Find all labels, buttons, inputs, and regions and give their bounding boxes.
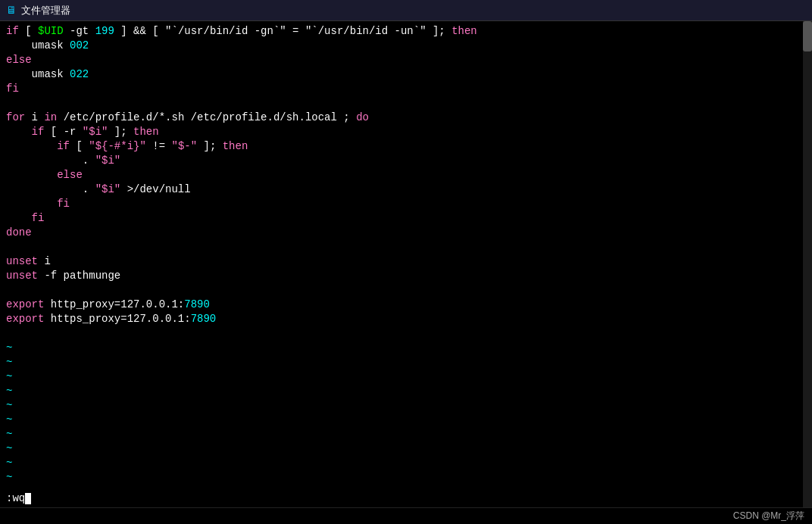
tilde-9: ~ [6, 456, 806, 470]
code-line-8: if [ -r "$i" ]; then [6, 125, 806, 139]
tilde-4: ~ [6, 384, 806, 398]
code-line-17: unset i [6, 254, 806, 269]
title-bar-text: 文件管理器 [21, 4, 70, 17]
title-bar-icon: 🖥 [6, 5, 17, 17]
code-line-18: unset -f pathmunge [6, 269, 806, 283]
tilde-1: ~ [6, 341, 806, 355]
tilde-7: ~ [6, 427, 806, 441]
code-line-9: if [ "${-#*i}" != "$-" ]; then [6, 139, 806, 154]
scrollbar[interactable] [803, 21, 812, 507]
code-line-19 [6, 283, 806, 298]
tilde-10: ~ [6, 470, 806, 485]
editor-area: if [ $UID -gt 199 ] && [ "`/usr/bin/id -… [0, 21, 812, 507]
code-line-6 [6, 96, 806, 111]
code-line-21: export https_proxy=127.0.0.1:7890 [6, 312, 806, 326]
command-input: :wq [6, 492, 31, 504]
tilde-3: ~ [6, 370, 806, 384]
code-line-3: else [6, 53, 806, 67]
code-line-15: done [6, 226, 806, 240]
code-line-20: export http_proxy=127.0.0.1:7890 [6, 298, 806, 312]
code-line-1: if [ $UID -gt 199 ] && [ "`/usr/bin/id -… [6, 24, 806, 39]
code-line-10: . "$i" [6, 154, 806, 168]
code-line-14: fi [6, 211, 806, 226]
title-bar: 🖥 文件管理器 [0, 0, 812, 21]
code-line-13: fi [6, 197, 806, 211]
status-text: CSDN @Mr_浮萍 [733, 510, 804, 522]
code-line-4: umask 022 [6, 67, 806, 82]
tilde-2: ~ [6, 355, 806, 370]
code-line-2: umask 002 [6, 39, 806, 53]
status-bar: CSDN @Mr_浮萍 [0, 507, 812, 524]
code-line-7: for i in /etc/profile.d/*.sh /etc/profil… [6, 111, 806, 125]
code-line-12: . "$i" >/dev/null [6, 182, 806, 197]
tilde-8: ~ [6, 441, 806, 456]
tilde-5: ~ [6, 398, 806, 413]
command-line: :wq [0, 490, 803, 507]
cursor [25, 493, 31, 504]
code-line-11: else [6, 168, 806, 182]
tilde-6: ~ [6, 413, 806, 427]
code-line-22 [6, 326, 806, 341]
code-line-5: fi [6, 82, 806, 96]
scrollbar-thumb[interactable] [803, 21, 812, 51]
code-line-16 [6, 240, 806, 254]
